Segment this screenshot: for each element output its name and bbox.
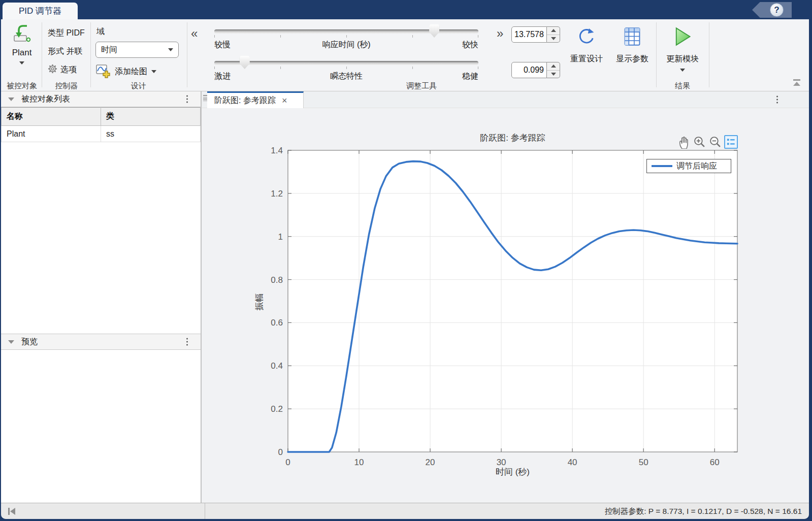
plant-list-table: 名称类 Plantss [1, 107, 201, 142]
show-parameters-label: 显示参数 [616, 54, 648, 64]
preview-panel: 预览 [1, 334, 201, 487]
controller-params-text: 控制器参数: P = 8.773, I = 0.1217, D = -0.528… [605, 503, 802, 519]
svg-text:0.2: 0.2 [271, 404, 283, 414]
response-time-spinner: 13.7578 [511, 26, 560, 43]
skip-to-start-icon [6, 506, 17, 516]
slider-tick [412, 35, 413, 38]
kebab-menu-icon[interactable] [776, 96, 778, 104]
minimize-ribbon-button[interactable] [792, 78, 802, 89]
collapse-triangle-icon [8, 97, 14, 101]
triangle-up-icon [551, 64, 556, 68]
titlebar: PID 调节器 ? [0, 0, 812, 19]
response-time-input[interactable]: 13.7578 [511, 26, 547, 43]
section-divider [709, 22, 709, 87]
close-icon[interactable]: × [282, 96, 287, 105]
add-plot-label: 添加绘图 [115, 67, 147, 77]
plant-list-title: 被控对象列表 [21, 94, 70, 105]
update-block-button[interactable]: 更新模块 [659, 26, 706, 79]
transient-input[interactable]: 0.099 [511, 62, 547, 78]
section-divider [656, 22, 657, 87]
controller-form-label: 形式 并联 [48, 46, 82, 57]
window-border [809, 0, 812, 521]
slider-tick [280, 67, 281, 69]
response-time-slider-thumb[interactable] [429, 24, 439, 38]
svg-text:0.8: 0.8 [271, 275, 283, 285]
svg-text:1.2: 1.2 [271, 189, 283, 199]
svg-text:0.4: 0.4 [271, 361, 283, 371]
collapse-panel-button[interactable] [6, 506, 17, 518]
slider-tick [214, 67, 215, 69]
help-area: ? [752, 2, 792, 18]
triangle-up-icon [551, 29, 556, 32]
transient-slider[interactable] [214, 61, 478, 65]
chart-canvas: 阶跃图: 参考跟踪 [202, 108, 809, 503]
pid-tuner-window: PID 调节器 ? Plant 被控对 [0, 0, 812, 521]
transient-spinner: 0.099 [511, 62, 560, 78]
import-plant-icon [12, 23, 32, 46]
reset-design-label: 重置设计 [570, 54, 603, 64]
collapse-triangle-icon [8, 340, 14, 344]
slider-tick [478, 35, 478, 38]
plot-region: 阶跃图: 参考跟踪 × 阶跃图: 参考跟踪 [202, 91, 809, 503]
preview-content [1, 350, 201, 487]
triangle-down-icon [551, 37, 556, 40]
add-plot-icon [95, 63, 111, 80]
domain-select[interactable]: 时间 [95, 42, 179, 58]
plant-list-column-header[interactable]: 名称 [2, 108, 101, 126]
kebab-menu-icon[interactable] [186, 95, 188, 103]
toolstrip-tab-pid-tuner[interactable]: PID 调节器 [3, 3, 78, 19]
spinner-up-button[interactable] [547, 27, 560, 35]
ribbon: Plant 被控对象 类型 PIDF 形式 并联 [1, 19, 809, 91]
reset-design-button[interactable]: 重置设计 [563, 26, 610, 79]
plant-list-column-header[interactable]: 类 [101, 108, 201, 126]
options-button[interactable]: 选项 [48, 62, 77, 77]
response-time-stepper [547, 26, 560, 43]
preview-panel-header[interactable]: 预览 [1, 334, 201, 350]
green-play-icon [672, 26, 693, 49]
slider-tick [280, 35, 281, 38]
chevron-down-icon [680, 69, 685, 72]
section-divider [90, 22, 91, 87]
collapse-sliders-left-icon[interactable]: « [191, 27, 198, 40]
statusbar-divider [205, 503, 205, 519]
update-block-label: 更新模块 [666, 54, 699, 64]
left-panel: 被控对象列表 名称类 Plantss 预览 [1, 91, 201, 503]
expand-sliders-right-icon[interactable]: » [497, 27, 503, 40]
slider-tick [412, 67, 413, 69]
spinner-down-button[interactable] [547, 71, 560, 78]
transient-stepper [547, 62, 560, 78]
legend-series-label: 调节后响应 [676, 161, 717, 172]
plot-tab-step-reference[interactable]: 阶跃图: 参考跟踪 × [207, 91, 304, 108]
section-label-tuning: 调整工具 [187, 80, 656, 91]
plot-legend[interactable]: 调节后响应 [646, 159, 731, 173]
table-grid-icon [622, 26, 642, 49]
svg-text:0: 0 [278, 447, 283, 457]
toolstrip-tab-label: PID 调节器 [19, 5, 61, 17]
show-parameters-button[interactable]: 显示参数 [609, 26, 656, 79]
help-button[interactable]: ? [770, 3, 784, 17]
transient-slider-thumb[interactable] [240, 56, 250, 69]
section-label-results: 结果 [656, 80, 709, 91]
section-divider [187, 22, 187, 87]
slider-tick [478, 67, 478, 69]
plant-button[interactable]: Plant [4, 23, 40, 76]
controller-type-dropdown[interactable]: 类型 PIDF [48, 25, 85, 41]
plant-list-panel-header[interactable]: 被控对象列表 [1, 91, 201, 107]
spinner-down-button[interactable] [547, 35, 560, 43]
section-divider [42, 22, 42, 87]
preview-title: 预览 [21, 337, 38, 347]
plant-list-row[interactable]: Plantss [2, 126, 201, 142]
question-mark-icon: ? [774, 5, 779, 15]
controller-form-dropdown[interactable]: 形式 并联 [48, 44, 82, 59]
statusbar: 控制器参数: P = 8.773, I = 0.1217, D = -0.528… [1, 503, 809, 519]
spinner-up-button[interactable] [547, 62, 560, 71]
add-plot-button[interactable]: 添加绘图 [95, 63, 156, 80]
slider-tick [214, 35, 215, 38]
kebab-menu-icon[interactable] [186, 338, 188, 346]
reset-circular-arrow-icon [576, 26, 597, 49]
chevron-down-icon [19, 61, 24, 64]
response-slider-right-label: 较快 [214, 40, 478, 50]
legend-line-sample [652, 165, 672, 167]
minimize-ribbon-icon [792, 78, 802, 87]
plot-tabbar: 阶跃图: 参考跟踪 × [202, 91, 809, 108]
